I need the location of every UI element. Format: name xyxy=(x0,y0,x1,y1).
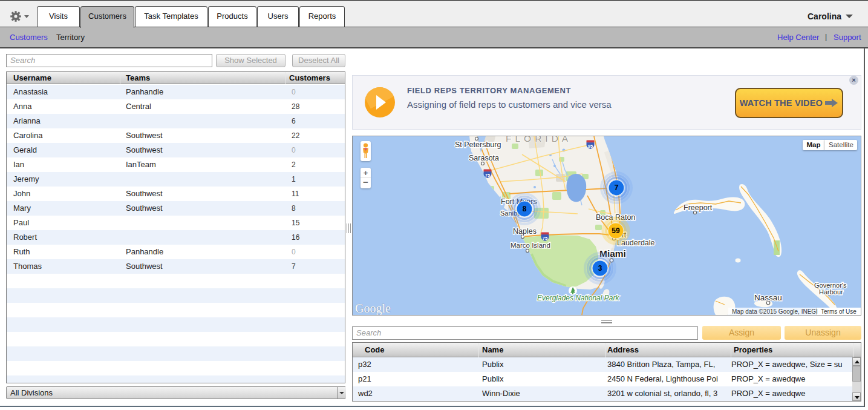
svg-text:59: 59 xyxy=(612,226,620,235)
svg-text:Sarasota: Sarasota xyxy=(469,154,499,162)
svg-text:7: 7 xyxy=(615,184,619,192)
svg-text:Map data ©2015 Google, INEGI: Map data ©2015 Google, INEGI xyxy=(732,308,818,315)
svg-text:St Petersburg: St Petersburg xyxy=(455,141,501,149)
svg-text:Naples: Naples xyxy=(513,227,537,236)
svg-text:Terms of Use: Terms of Use xyxy=(821,308,857,315)
svg-text:FLORIDA: FLORIDA xyxy=(506,136,572,144)
svg-text:8: 8 xyxy=(523,205,527,213)
svg-text:75: 75 xyxy=(543,236,547,241)
svg-text:Nassau: Nassau xyxy=(754,293,782,302)
svg-text:Google: Google xyxy=(355,302,391,315)
svg-text:Everglades National Park: Everglades National Park xyxy=(537,294,619,302)
svg-text:95: 95 xyxy=(588,144,593,149)
svg-text:Marco Island: Marco Island xyxy=(511,242,550,249)
svg-text:3: 3 xyxy=(598,264,602,273)
svg-text:Freeport: Freeport xyxy=(684,203,713,212)
svg-text:Harbour: Harbour xyxy=(819,288,843,296)
svg-text:75: 75 xyxy=(485,173,490,178)
